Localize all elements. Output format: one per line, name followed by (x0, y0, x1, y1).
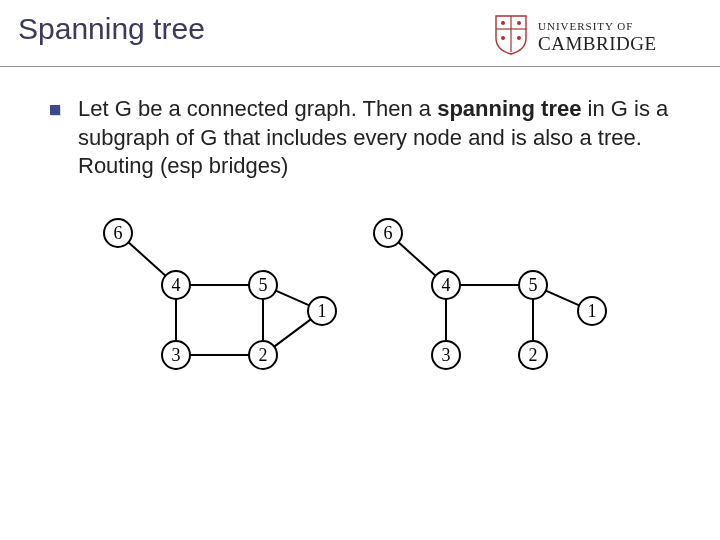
logo-line1: UNIVERSITY OF (538, 20, 633, 32)
content-area: Let G be a connected graph. Then a spann… (0, 67, 720, 391)
university-logo: UNIVERSITY OF CAMBRIDGE (492, 12, 702, 60)
para-pre: Let G be a connected graph. Then a (78, 96, 437, 121)
title-bar: Spanning tree UNIVERSITY OF CAMBRIDGE (0, 0, 720, 67)
graph-edge (546, 290, 579, 305)
graph-node-label: 3 (172, 345, 181, 365)
bullet-item: Let G be a connected graph. Then a spann… (50, 95, 670, 181)
graph-node-label: 1 (318, 301, 327, 321)
para-bold: spanning tree (437, 96, 581, 121)
page-title: Spanning tree (18, 12, 205, 46)
svg-point-5 (517, 36, 521, 40)
paragraph: Let G be a connected graph. Then a spann… (78, 95, 670, 181)
graph-edge (128, 242, 165, 275)
svg-point-4 (501, 36, 505, 40)
graph-node-label: 1 (588, 301, 597, 321)
graph-node-label: 6 (384, 223, 393, 243)
logo-line2: CAMBRIDGE (538, 33, 657, 54)
svg-point-2 (501, 21, 505, 25)
graph-node-label: 2 (259, 345, 268, 365)
graph-node-label: 4 (442, 275, 451, 295)
graph-edge (398, 242, 435, 275)
graph-right: 123456 (370, 211, 620, 391)
graph-node-label: 3 (442, 345, 451, 365)
graph-node-label: 5 (259, 275, 268, 295)
graph-node-label: 2 (529, 345, 538, 365)
graph-node-label: 5 (529, 275, 538, 295)
graph-node-label: 4 (172, 275, 181, 295)
cambridge-crest-icon: UNIVERSITY OF CAMBRIDGE (492, 14, 702, 56)
svg-point-3 (517, 21, 521, 25)
graphs-row: 123456 123456 (50, 211, 670, 391)
graph-edge (274, 319, 311, 346)
graph-left: 123456 (100, 211, 350, 391)
graph-node-label: 6 (114, 223, 123, 243)
graph-edge (276, 290, 309, 305)
square-bullet-icon (50, 105, 60, 115)
